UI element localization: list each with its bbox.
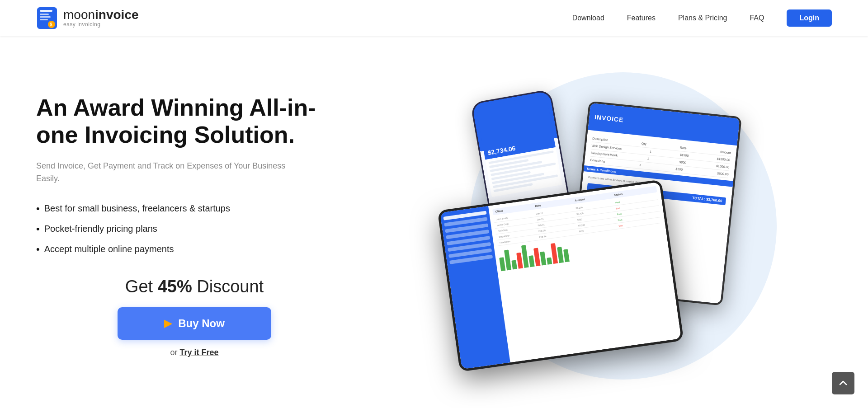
- bullet-dot-1: •: [36, 204, 40, 214]
- chart-bar-0: [499, 257, 505, 271]
- chart-bar-7: [540, 251, 546, 265]
- bullet-item-3: • Accept multiple online payments: [36, 244, 353, 254]
- nav-plans[interactable]: Plans & Pricing: [678, 14, 727, 22]
- svg-rect-2: [40, 14, 49, 15]
- hero-devices: $2,734.06: [353, 68, 832, 384]
- chart-bar-10: [557, 247, 564, 263]
- svg-text:$: $: [50, 22, 52, 27]
- buy-now-button[interactable]: ▶ Buy Now: [118, 307, 271, 340]
- hero-content: An Award Winning All-in-one Invoicing So…: [36, 94, 353, 357]
- chart-bar-5: [528, 255, 534, 267]
- nav-links: Download Features Plans & Pricing FAQ Lo…: [572, 9, 832, 27]
- chart-bar-11: [563, 249, 570, 262]
- bullet-dot-2: •: [36, 224, 40, 234]
- chart-bar-8: [547, 258, 552, 265]
- scroll-to-top-button[interactable]: [832, 372, 854, 394]
- bullet-dot-3: •: [36, 244, 40, 254]
- devices-container: $2,734.06: [439, 86, 746, 366]
- hero-title: An Award Winning All-in-one Invoicing So…: [36, 94, 353, 149]
- logo[interactable]: $ mooninvoice easy invoicing: [36, 6, 139, 30]
- ipad-screen: Client Date Amount Status John Smith Jan…: [440, 182, 681, 370]
- chart-bar-3: [516, 253, 523, 269]
- logo-name: mooninvoice: [63, 9, 139, 21]
- logo-icon: $: [36, 6, 58, 30]
- bullet-item-2: • Pocket-friendly pricing plans: [36, 224, 353, 234]
- chart-bar-2: [511, 260, 517, 269]
- navbar: $ mooninvoice easy invoicing Download Fe…: [0, 0, 868, 36]
- buy-arrow-icon: ▶: [164, 318, 172, 329]
- invoice-title-text: INVOICE: [594, 113, 624, 124]
- chart-bar-6: [533, 248, 540, 266]
- discount-text: Get 45% Discount: [36, 277, 353, 296]
- feature-bullets: • Best for small business, freelancers &…: [36, 203, 353, 254]
- bullet-item-1: • Best for small business, freelancers &…: [36, 203, 353, 214]
- nav-faq[interactable]: FAQ: [750, 14, 764, 22]
- try-free-link[interactable]: Try it Free: [179, 348, 218, 357]
- logo-tagline: easy invoicing: [63, 21, 139, 28]
- logo-text: mooninvoice easy invoicing: [63, 9, 139, 28]
- nav-features[interactable]: Features: [627, 14, 656, 22]
- hero-section: An Award Winning All-in-one Invoicing So…: [0, 36, 868, 407]
- svg-rect-1: [40, 10, 52, 12]
- ipad-main-content: Client Date Amount Status John Smith Jan…: [488, 182, 681, 363]
- svg-rect-4: [40, 19, 48, 20]
- login-button[interactable]: Login: [787, 9, 832, 27]
- ipad-mockup: Client Date Amount Status John Smith Jan…: [437, 179, 684, 372]
- hero-subtitle: Send Invoice, Get Payment and Track on E…: [36, 159, 307, 186]
- nav-download[interactable]: Download: [572, 14, 604, 22]
- try-free-section: or Try it Free: [36, 348, 353, 357]
- chevron-up-icon: [838, 378, 848, 388]
- svg-rect-3: [40, 16, 51, 18]
- chart-bar-9: [551, 243, 558, 264]
- chart-bar-1: [504, 249, 511, 270]
